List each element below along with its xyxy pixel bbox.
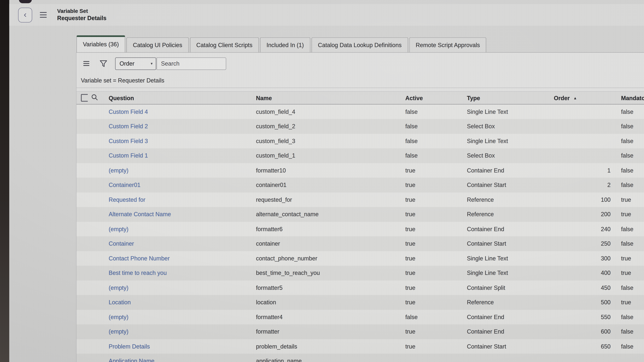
order-cell: 650 (554, 339, 613, 354)
row-gutter-cell (76, 324, 88, 339)
question-cell: (empty) (102, 163, 256, 178)
tab-included-in[interactable]: Included In (1) (260, 37, 310, 53)
question-link[interactable]: (empty) (109, 226, 128, 232)
servicenow-app: ‹ Variable Set Requester Details Variabl… (9, 0, 644, 362)
list-toolbar: Order ▾ (76, 53, 644, 74)
active-cell: true (405, 192, 466, 207)
list-search-input[interactable] (157, 57, 226, 70)
question-link[interactable]: Location (109, 299, 131, 306)
question-link[interactable]: (empty) (109, 284, 128, 291)
tab-catalog-client-scripts[interactable]: Catalog Client Scripts (190, 37, 259, 53)
tab-catalog-data-lookup-definitions[interactable]: Catalog Data Lookup Definitions (312, 37, 408, 53)
monitor-bezel (0, 0, 9, 362)
tab-variables[interactable]: Variables (36) (76, 35, 125, 53)
question-link[interactable]: Application Name (109, 358, 154, 362)
row-gutter-cell (88, 222, 102, 236)
question-link[interactable]: Contact Phone Number (109, 255, 170, 262)
select-all-header (76, 91, 88, 104)
back-button[interactable]: ‹ (18, 7, 32, 22)
filter-breadcrumb[interactable]: Variable set = Requester Details (76, 74, 644, 88)
mandatory-cell: true (613, 295, 644, 310)
question-link[interactable]: Custom Field 3 (109, 138, 148, 144)
column-header-order[interactable]: Order▲ (554, 91, 613, 104)
question-cell: Container01 (102, 178, 256, 192)
row-gutter-cell (88, 354, 102, 362)
question-link[interactable]: Container (109, 240, 134, 247)
table-row: Custom Field 1 custom_field_1 false Sele… (76, 148, 644, 163)
question-link[interactable]: Custom Field 1 (109, 152, 148, 159)
table-row: (empty) formatter4 false Container End 5… (76, 310, 644, 324)
question-link[interactable]: (empty) (109, 167, 128, 174)
mandatory-cell: false (613, 339, 644, 354)
name-cell: formatter4 (256, 310, 405, 324)
record-type-label: Variable Set (57, 7, 106, 15)
row-gutter-cell (88, 148, 102, 163)
tab-catalog-ui-policies[interactable]: Catalog UI Policies (126, 37, 189, 53)
name-cell: application_name (256, 354, 405, 362)
mandatory-cell: true (613, 192, 644, 207)
row-gutter-cell (76, 339, 88, 354)
type-cell: Container End (466, 163, 554, 178)
row-gutter-cell (76, 295, 88, 310)
name-cell: requested_for (256, 192, 405, 207)
mandatory-cell: false (613, 119, 644, 134)
row-gutter-cell (88, 295, 102, 310)
mandatory-cell: false (613, 148, 644, 163)
column-search-icon[interactable] (92, 95, 98, 102)
row-gutter-cell (88, 207, 102, 222)
name-cell: custom_field_2 (256, 119, 405, 134)
active-cell: false (405, 104, 466, 119)
mandatory-cell: true (613, 207, 644, 222)
question-link[interactable]: Best time to reach you (109, 270, 167, 276)
table-row: (empty) formatter5 true Container Split … (76, 280, 644, 295)
active-cell: true (405, 222, 466, 236)
record-context-menu-icon[interactable] (40, 12, 47, 18)
question-link[interactable]: (empty) (109, 328, 128, 335)
type-cell: Select Box (466, 119, 554, 134)
related-list-tabs: Variables (36) Catalog UI Policies Catal… (76, 35, 488, 53)
active-cell: true (405, 280, 466, 295)
question-link[interactable]: Custom Field 4 (109, 109, 148, 115)
question-link[interactable]: Requested for (109, 196, 146, 203)
column-header-mandatory[interactable]: Mandatory (613, 91, 644, 104)
mandatory-cell (613, 354, 644, 362)
name-cell: formatter10 (256, 163, 405, 178)
name-cell: contact_phone_number (256, 251, 405, 266)
order-cell: 600 (554, 324, 613, 339)
question-link[interactable]: Custom Field 2 (109, 123, 148, 130)
active-cell: false (405, 134, 466, 148)
question-link[interactable]: Problem Details (109, 343, 150, 350)
order-cell: 2 (554, 178, 613, 192)
order-cell: 500 (554, 295, 613, 310)
active-cell: true (405, 163, 466, 178)
filter-icon[interactable] (100, 60, 107, 67)
active-cell: true (405, 207, 466, 222)
list-menu-icon[interactable] (84, 61, 90, 66)
table-row: Application Name application_name (76, 354, 644, 362)
search-field-dropdown[interactable]: Order ▾ (115, 57, 156, 70)
select-all-checkbox[interactable] (81, 94, 88, 102)
chevron-left-icon: ‹ (24, 9, 27, 19)
question-link[interactable]: Container01 (109, 182, 140, 188)
question-link[interactable]: Alternate Contact Name (109, 211, 171, 217)
column-header-question[interactable]: Question (102, 91, 256, 104)
active-cell: true (405, 236, 466, 251)
name-cell: container (256, 236, 405, 251)
row-gutter-cell (88, 251, 102, 266)
question-link[interactable]: (empty) (109, 314, 128, 320)
row-gutter-cell (76, 207, 88, 222)
order-cell: 240 (554, 222, 613, 236)
question-cell: Location (102, 295, 256, 310)
type-cell: Container Start (466, 236, 554, 251)
order-cell: 400 (554, 266, 613, 280)
type-cell: Reference (466, 192, 554, 207)
column-header-type[interactable]: Type (466, 91, 554, 104)
table-row: (empty) formatter10 true Container End 1… (76, 163, 644, 178)
table-row: Container container true Container Start… (76, 236, 644, 251)
column-header-name[interactable]: Name (256, 91, 405, 104)
type-cell (466, 354, 554, 362)
tab-remote-script-approvals[interactable]: Remote Script Approvals (409, 37, 486, 53)
column-header-active[interactable]: Active (405, 91, 466, 104)
mandatory-cell: false (613, 324, 644, 339)
search-field-selected: Order (120, 60, 134, 67)
